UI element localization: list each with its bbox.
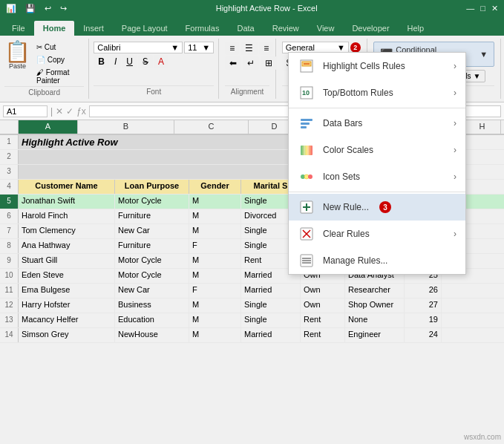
- quick-access-save[interactable]: 💾: [25, 4, 36, 13]
- cell-b14[interactable]: NewHouse: [115, 328, 189, 342]
- icon-sets-item[interactable]: Icon Sets ›: [289, 163, 465, 190]
- strikethrough-button[interactable]: S̶: [138, 55, 153, 68]
- cut-button[interactable]: ✂ Cut: [33, 42, 84, 53]
- tab-home[interactable]: Home: [34, 21, 75, 36]
- cell-e14[interactable]: Rent: [301, 328, 345, 342]
- top-bottom-rules-item[interactable]: 10 Top/Bottom Rules ›: [289, 79, 465, 106]
- function-icon[interactable]: ƒx: [76, 106, 86, 117]
- font-color-button[interactable]: A: [154, 55, 168, 68]
- cell-a6[interactable]: Harold Finch: [19, 209, 115, 223]
- tab-view[interactable]: View: [308, 21, 344, 36]
- col-header-c[interactable]: C: [174, 120, 249, 134]
- color-scales-item[interactable]: Color Scales ›: [289, 137, 465, 163]
- cell-b10[interactable]: Motor Cycle: [115, 269, 189, 283]
- cell-age-11[interactable]: 26: [405, 284, 442, 298]
- confirm-icon[interactable]: ✓: [66, 106, 73, 117]
- cell-b6[interactable]: Furniture: [115, 209, 189, 223]
- cell-f14[interactable]: Engineer: [345, 328, 405, 342]
- cell-f13[interactable]: None: [345, 313, 405, 327]
- tab-developer[interactable]: Developer: [343, 21, 398, 36]
- cell-c11[interactable]: F: [189, 284, 241, 298]
- cancel-icon[interactable]: ✕: [56, 106, 63, 117]
- cell-a13[interactable]: Macancy Helfer: [19, 313, 115, 327]
- highlight-cells-rules-item[interactable]: Highlight Cells Rules ›: [289, 53, 465, 79]
- col-header-h[interactable]: H: [464, 120, 501, 134]
- cell-d13[interactable]: Single: [241, 313, 301, 327]
- cell-b9[interactable]: Motor Cycle: [115, 254, 189, 268]
- bold-button[interactable]: B: [94, 55, 109, 68]
- cell-b12[interactable]: Business: [115, 298, 189, 313]
- col-header-a[interactable]: A: [19, 120, 78, 134]
- tab-review[interactable]: Review: [264, 21, 308, 36]
- cell-b13[interactable]: Education: [115, 313, 189, 327]
- font-name-dropdown[interactable]: Calibri ▼: [94, 42, 183, 53]
- font-size-dropdown[interactable]: 11 ▼: [184, 42, 214, 53]
- cell-f11[interactable]: Researcher: [345, 284, 405, 298]
- cell-age-12[interactable]: 27: [405, 298, 442, 313]
- paste-button[interactable]: 📋 Paste: [4, 42, 30, 86]
- copy-button[interactable]: 📄 Copy: [33, 54, 84, 65]
- cell-a9[interactable]: Stuart Gill: [19, 254, 115, 268]
- quick-access-redo[interactable]: ↪: [60, 4, 67, 13]
- tab-page-layout[interactable]: Page Layout: [113, 21, 177, 36]
- cell-jonathan[interactable]: Jonathan Swift: [19, 195, 115, 209]
- indent-button[interactable]: ⬅: [225, 56, 241, 70]
- manage-rules-item[interactable]: Manage Rules...: [289, 247, 465, 274]
- tab-insert[interactable]: Insert: [74, 21, 113, 36]
- cell-c8[interactable]: F: [189, 239, 241, 253]
- cell-a14[interactable]: Simson Grey: [19, 328, 115, 342]
- align-center-button[interactable]: ☰: [240, 42, 258, 55]
- cell-c14[interactable]: M: [189, 328, 241, 342]
- new-rule-icon: [298, 198, 315, 216]
- cell-reference-box[interactable]: [3, 105, 48, 117]
- tab-formulas[interactable]: Formulas: [177, 21, 229, 36]
- cell-e13[interactable]: Rent: [301, 313, 345, 327]
- cell-customer-name-header[interactable]: Customer Name: [19, 180, 115, 194]
- cell-a12[interactable]: Harry Hofster: [19, 298, 115, 313]
- quick-access-undo[interactable]: ↩: [45, 4, 51, 13]
- cell-c10[interactable]: M: [189, 269, 241, 283]
- italic-button[interactable]: I: [110, 55, 121, 68]
- cell-b7[interactable]: New Car: [115, 224, 189, 238]
- data-bars-item[interactable]: Data Bars ›: [289, 110, 465, 137]
- cell-c6[interactable]: M: [189, 209, 241, 223]
- cell-c9[interactable]: M: [189, 254, 241, 268]
- tab-help[interactable]: Help: [399, 21, 433, 36]
- cell-d12[interactable]: Single: [241, 298, 301, 313]
- maximize-btn[interactable]: □: [480, 4, 485, 13]
- cell-a11[interactable]: Ema Bulgese: [19, 284, 115, 298]
- cell-b5[interactable]: Motor Cycle: [115, 195, 189, 209]
- cell-gender-header[interactable]: Gender: [189, 180, 241, 194]
- cell-e11[interactable]: Own: [301, 284, 345, 298]
- tab-file[interactable]: File: [3, 21, 34, 36]
- cell-age-14[interactable]: 24: [405, 328, 442, 342]
- align-right-button[interactable]: ≡: [259, 42, 273, 55]
- clipboard-group: 📋 Paste ✂ Cut 📄 Copy 🖌 Format Painter Cl…: [0, 39, 89, 99]
- cell-loan-purpose-header[interactable]: Loan Purpose: [115, 180, 189, 194]
- cell-c12[interactable]: M: [189, 298, 241, 313]
- cell-c5[interactable]: M: [189, 195, 241, 209]
- merge-button[interactable]: ⊞: [261, 56, 277, 70]
- close-btn[interactable]: ✕: [491, 4, 498, 13]
- cell-a7[interactable]: Tom Clemency: [19, 224, 115, 238]
- cell-b8[interactable]: Furniture: [115, 239, 189, 253]
- new-rule-item[interactable]: New Rule... 3: [289, 194, 465, 221]
- cell-b11[interactable]: New Car: [115, 284, 189, 298]
- clear-rules-item[interactable]: Clear Rules ›: [289, 221, 465, 247]
- cell-c13[interactable]: M: [189, 313, 241, 327]
- wrap-text-button[interactable]: ↵: [243, 56, 259, 70]
- cell-d11[interactable]: Married: [241, 284, 301, 298]
- cell-e12[interactable]: Own: [301, 298, 345, 313]
- cell-c7[interactable]: M: [189, 224, 241, 238]
- cell-f12[interactable]: Shop Owner: [345, 298, 405, 313]
- tab-data[interactable]: Data: [228, 21, 263, 36]
- format-painter-button[interactable]: 🖌 Format Painter: [33, 67, 84, 86]
- col-header-b[interactable]: B: [78, 120, 174, 134]
- cell-d14[interactable]: Married: [241, 328, 301, 342]
- cell-a10[interactable]: Eden Steve: [19, 269, 115, 283]
- underline-button[interactable]: U: [122, 55, 137, 68]
- cell-a8[interactable]: Ana Hathway: [19, 239, 115, 253]
- cell-age-13[interactable]: 19: [405, 313, 442, 327]
- align-left-button[interactable]: ≡: [225, 42, 239, 55]
- minimize-btn[interactable]: —: [466, 4, 474, 13]
